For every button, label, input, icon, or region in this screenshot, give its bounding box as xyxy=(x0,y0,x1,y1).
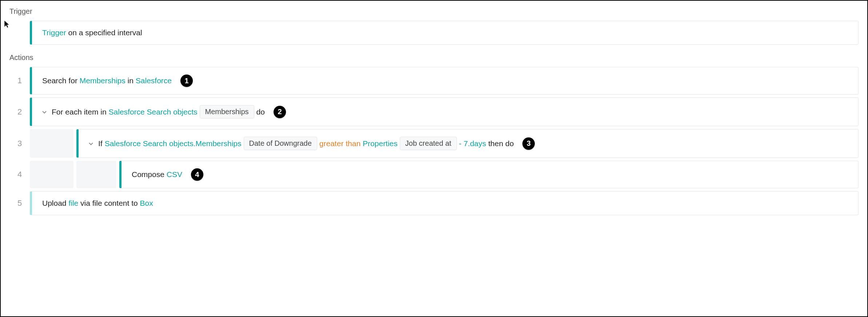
text-mid: in xyxy=(126,76,136,85)
action-row-5: 5 Upload file via file content to Box xyxy=(9,191,859,215)
action-card-compose[interactable]: Compose CSV 4 xyxy=(119,161,859,188)
action-card-upload[interactable]: Upload file via file content to Box xyxy=(30,191,859,215)
action-card-foreach[interactable]: For each item in Salesforce Search objec… xyxy=(30,97,859,126)
memberships-link[interactable]: Memberships xyxy=(80,76,126,85)
text-prefix: If xyxy=(98,139,103,148)
text-prefix: For each item in xyxy=(52,108,107,116)
salesforce-search-objects-link[interactable]: Salesforce Search objects xyxy=(109,108,198,116)
step-number: 2 xyxy=(9,97,30,126)
csv-link[interactable]: CSV xyxy=(167,170,182,178)
indent-block-2 xyxy=(76,161,116,188)
salesforce-memberships-link[interactable]: Salesforce Search objects.Memberships xyxy=(105,139,242,148)
action-card-if[interactable]: If Salesforce Search objects.Memberships… xyxy=(76,129,859,158)
chevron-down-icon[interactable] xyxy=(42,110,47,114)
annotation-badge-3: 3 xyxy=(522,137,535,150)
text-mid: via file content to xyxy=(78,199,140,207)
step-number: 4 xyxy=(9,161,30,188)
chevron-down-icon[interactable] xyxy=(89,141,94,146)
annotation-badge-2: 2 xyxy=(274,106,286,118)
offset-value[interactable]: - 7.days xyxy=(459,139,486,148)
box-link[interactable]: Box xyxy=(140,199,153,207)
text-suffix: do xyxy=(256,108,265,116)
text-prefix: Compose xyxy=(132,170,167,178)
action-row-1: 1 Search for Memberships in Salesforce 1 xyxy=(9,67,859,95)
action-row-4: 4 Compose CSV 4 xyxy=(9,161,859,188)
step-number: 1 xyxy=(9,67,30,95)
job-created-at-pill[interactable]: Job created at xyxy=(400,137,457,150)
properties-link[interactable]: Properties xyxy=(363,139,398,148)
trigger-section-label: Trigger xyxy=(9,7,859,16)
action-row-3: 3 If Salesforce Search objects.Membershi… xyxy=(9,129,859,158)
memberships-pill[interactable]: Memberships xyxy=(200,105,254,119)
trigger-card[interactable]: Trigger on a specified interval xyxy=(30,21,859,45)
text-prefix: Search for xyxy=(42,76,80,85)
step-number: 5 xyxy=(9,191,30,215)
action-card-search[interactable]: Search for Memberships in Salesforce 1 xyxy=(30,67,859,95)
file-link[interactable]: file xyxy=(68,199,78,207)
step-number: 3 xyxy=(9,129,30,158)
annotation-badge-4: 4 xyxy=(191,168,203,181)
operator-greater-than[interactable]: greater than xyxy=(319,139,361,148)
trigger-text: on a specified interval xyxy=(66,28,142,37)
annotation-badge-1: 1 xyxy=(180,75,193,87)
text-suffix: then do xyxy=(488,139,514,148)
step-num-spacer xyxy=(9,21,30,45)
text-prefix: Upload xyxy=(42,199,68,207)
trigger-link[interactable]: Trigger xyxy=(42,28,66,37)
salesforce-link[interactable]: Salesforce xyxy=(136,76,172,85)
date-of-downgrade-pill[interactable]: Date of Downgrade xyxy=(244,137,317,150)
indent-block xyxy=(30,161,73,188)
trigger-row: Trigger on a specified interval xyxy=(9,21,859,45)
actions-section-label: Actions xyxy=(9,53,859,62)
action-row-2: 2 For each item in Salesforce Search obj… xyxy=(9,97,859,126)
mouse-cursor-icon xyxy=(4,21,9,30)
indent-block xyxy=(30,129,73,158)
